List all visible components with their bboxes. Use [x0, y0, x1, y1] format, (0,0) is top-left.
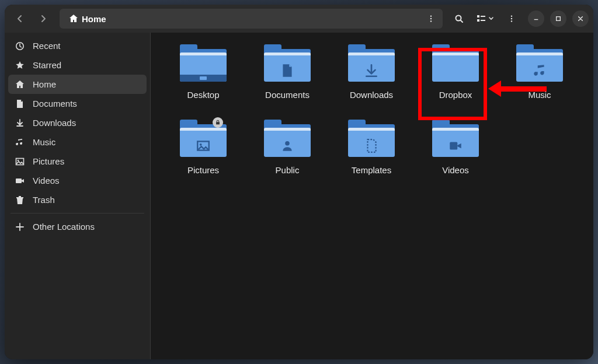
svg-point-9 — [511, 18, 512, 19]
document-icon — [15, 99, 25, 108]
folder-label: Public — [276, 165, 300, 175]
folder-documents[interactable]: Documents — [246, 44, 328, 100]
sidebar-item-recent[interactable]: Recent — [8, 36, 147, 55]
main-pane[interactable]: Desktop Documents Do — [151, 33, 593, 359]
download-icon — [15, 118, 25, 128]
sidebar-item-trash[interactable]: Trash — [8, 190, 147, 209]
svg-point-3 — [456, 16, 461, 21]
folder-icon — [262, 44, 313, 85]
folder-label: Desktop — [187, 90, 219, 100]
minimize-icon — [533, 16, 539, 22]
sidebar-item-starred[interactable]: Starred — [8, 55, 147, 75]
arrow-left-icon — [15, 14, 25, 23]
lock-icon — [213, 117, 223, 128]
svg-rect-12 — [557, 17, 561, 21]
download-icon — [348, 61, 395, 80]
sidebar-item-documents[interactable]: Documents — [8, 94, 147, 113]
arrow-right-icon — [39, 14, 48, 23]
svg-point-20 — [285, 141, 290, 146]
folder-icon — [430, 120, 481, 160]
svg-rect-21 — [450, 142, 457, 150]
folder-icon — [262, 120, 313, 160]
folder-label: Videos — [442, 165, 469, 175]
path-segment-home[interactable]: Home — [63, 12, 112, 26]
plus-icon — [15, 222, 25, 232]
picture-icon — [180, 136, 227, 156]
sidebar-separator — [11, 213, 144, 214]
folder-label: Templates — [352, 165, 391, 175]
svg-rect-14 — [16, 158, 24, 164]
folder-icon — [346, 120, 397, 160]
sidebar-item-downloads[interactable]: Downloads — [8, 113, 147, 132]
view-toggle-button[interactable] — [472, 9, 499, 29]
folder-icon — [514, 44, 565, 85]
folder-icon — [178, 44, 229, 85]
document-icon — [264, 61, 311, 80]
maximize-icon — [555, 16, 561, 22]
folder-label: Pictures — [187, 165, 219, 175]
sidebar-item-pictures[interactable]: Pictures — [8, 152, 147, 171]
svg-point-2 — [430, 20, 432, 22]
sidebar-item-label: Other Locations — [33, 222, 95, 232]
folder-label: Downloads — [350, 90, 393, 100]
folder-label: Music — [528, 90, 551, 100]
folder-templates[interactable]: Templates — [331, 120, 412, 175]
svg-rect-7 — [481, 20, 485, 21]
video-icon — [432, 136, 479, 156]
folder-label: Dropbox — [439, 90, 472, 100]
clock-icon — [15, 41, 25, 51]
folder-music[interactable]: Music — [499, 44, 580, 100]
folder-icon — [178, 120, 229, 160]
home-icon — [69, 14, 78, 23]
sidebar-item-label: Videos — [33, 176, 60, 186]
folder-videos[interactable]: Videos — [415, 120, 496, 175]
path-menu-button[interactable] — [423, 10, 439, 27]
home-icon — [15, 80, 25, 89]
back-button[interactable] — [9, 9, 30, 29]
grid-view-icon — [477, 14, 486, 23]
close-button[interactable] — [572, 10, 589, 27]
videos-icon — [15, 176, 25, 186]
sidebar-item-label: Recent — [33, 41, 61, 51]
folder-downloads[interactable]: Downloads — [331, 44, 412, 100]
svg-rect-4 — [477, 15, 479, 18]
hamburger-menu-button[interactable] — [501, 9, 522, 29]
kebab-icon — [507, 15, 516, 23]
folder-icon — [346, 44, 397, 85]
sidebar-item-music[interactable]: Music — [8, 132, 147, 152]
folder-desktop[interactable]: Desktop — [162, 44, 244, 100]
search-icon — [454, 14, 464, 23]
template-icon — [348, 136, 395, 156]
maximize-button[interactable] — [550, 10, 566, 27]
minimize-button[interactable] — [528, 10, 544, 27]
svg-rect-6 — [481, 16, 485, 17]
sidebar-item-other-locations[interactable]: Other Locations — [8, 217, 147, 236]
folder-dropbox[interactable]: Dropbox — [415, 44, 496, 100]
sidebar-item-label: Trash — [33, 195, 55, 205]
pictures-icon — [15, 157, 25, 166]
music-icon — [516, 61, 563, 80]
forward-button[interactable] — [33, 9, 54, 29]
svg-rect-17 — [216, 122, 220, 124]
trash-icon — [15, 195, 25, 205]
svg-rect-11 — [534, 19, 538, 20]
kebab-icon — [427, 15, 435, 23]
folder-grid: Desktop Documents Do — [162, 44, 582, 175]
person-icon — [264, 136, 311, 156]
folder-pictures[interactable]: Pictures — [162, 120, 244, 175]
path-bar[interactable]: Home — [60, 9, 443, 29]
search-button[interactable] — [448, 9, 470, 29]
sidebar-item-label: Documents — [33, 99, 77, 108]
svg-point-15 — [18, 159, 19, 161]
sidebar-item-videos[interactable]: Videos — [8, 171, 147, 190]
folder-public[interactable]: Public — [246, 120, 328, 175]
star-icon — [15, 61, 25, 70]
folder-label: Documents — [265, 90, 310, 100]
svg-point-0 — [430, 15, 432, 16]
svg-point-10 — [511, 20, 512, 22]
path-label: Home — [82, 14, 106, 24]
sidebar-item-label: Pictures — [33, 156, 64, 166]
svg-rect-16 — [16, 178, 22, 183]
svg-point-19 — [200, 144, 202, 146]
sidebar-item-home[interactable]: Home — [8, 75, 147, 94]
